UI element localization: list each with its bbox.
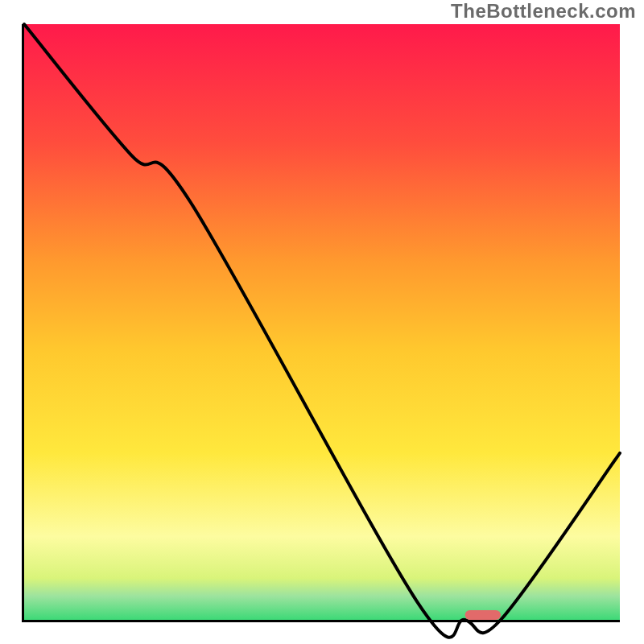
chart-stage: TheBottleneck.com [0, 0, 644, 644]
chart-overlay [24, 24, 620, 620]
axis-left [22, 24, 24, 622]
axis-bottom [24, 620, 620, 622]
optimal-marker [465, 610, 501, 620]
bottleneck-curve [24, 24, 620, 638]
watermark-text: TheBottleneck.com [451, 0, 636, 23]
